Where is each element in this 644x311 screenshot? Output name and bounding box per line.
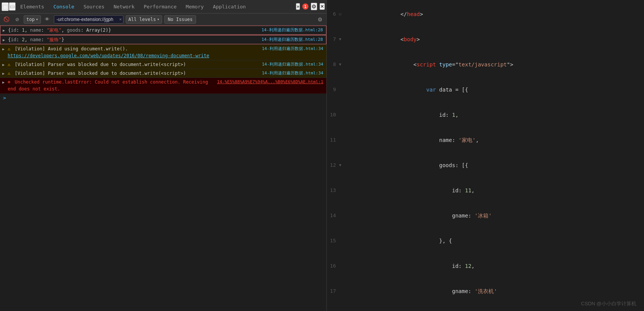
code-lines: 6 ◻ </head> 7 ▼ <body>	[327, 0, 644, 311]
filter-settings-button[interactable]: ⚙	[316, 15, 324, 24]
dropdown-chevron-icon: ▾	[36, 17, 38, 21]
line-content: goods: [{	[346, 153, 471, 178]
console-entry-violation3: ▶ ⚠ [Violation] Parser was blocked due t…	[0, 69, 326, 78]
line-number: 14	[327, 203, 346, 228]
entry-source[interactable]: 14-利用递归遍历数据.html:34	[258, 61, 323, 68]
entry-expand-arrow[interactable]: ▶	[3, 27, 5, 34]
tab-elements[interactable]: Elements	[16, 0, 49, 14]
entry-source[interactable]: 14-利用递归遍历数据.html:28	[258, 27, 323, 34]
devtools-inspect-icon[interactable]: ⬚	[2, 2, 9, 11]
code-line-14: 14 gname: '冰箱'	[327, 203, 644, 228]
console-prompt: >	[0, 93, 326, 102]
console-entry-obj2[interactable]: ▶ {id: 2, name: "服饰"} 14-利用递归遍历数据.html:2…	[0, 35, 326, 44]
line-number: 8 ▼	[327, 52, 346, 77]
devtools-device-icon[interactable]: ▭	[9, 2, 16, 11]
line-number: 18	[327, 304, 346, 311]
fold-icon[interactable]: ◻	[337, 10, 343, 18]
main-layout: ⬚ ▭ Elements Console Sources Network Per…	[0, 0, 644, 311]
code-line-12: 12 ▼ goods: [{	[327, 153, 644, 178]
line-content: id: 1,	[346, 102, 462, 127]
line-content: }, {	[346, 228, 455, 253]
close-devtools-button[interactable]: ✕	[320, 3, 325, 10]
console-filter-input[interactable]	[54, 15, 123, 24]
entry-expand-arrow[interactable]: ▶	[2, 61, 5, 68]
code-line-16: 16 id: 12,	[327, 253, 644, 279]
console-entry-obj1[interactable]: ▶ {id: 1, name: "家电", goods: Array(2)} 1…	[0, 26, 326, 35]
line-number: 10	[327, 102, 346, 127]
filter-clear-icon[interactable]: ✕	[119, 17, 122, 22]
console-entry-error: ▶ ⊗ Unchecked runtime.lastError: Could n…	[0, 78, 326, 93]
line-content: gname: '冰箱'	[346, 203, 495, 228]
line-content: var data = [{	[346, 77, 471, 102]
line-content: </head>	[346, 2, 426, 27]
entry-content: {id: 2, name: "服饰"}	[8, 36, 258, 43]
error-circle-icon: ⊗	[8, 79, 10, 85]
entry-content: {id: 1, name: "家电", goods: Array(2)}	[8, 27, 258, 34]
line-number: 15	[327, 228, 346, 253]
fold-icon[interactable]: ▼	[337, 60, 343, 69]
levels-chevron-icon: ▾	[157, 17, 159, 21]
fold-icon[interactable]: ▼	[337, 35, 343, 44]
line-content: name: '家电',	[346, 127, 482, 153]
log-levels-dropdown[interactable]: All levels ▾	[126, 15, 162, 24]
entry-expand-arrow[interactable]: ▶	[2, 70, 5, 77]
line-content: id: 12,	[346, 253, 478, 279]
issues-filter[interactable]: No Issues	[164, 15, 196, 24]
tab-performance[interactable]: Performance	[139, 0, 181, 14]
fold-icon[interactable]: ▼	[337, 161, 343, 169]
tab-extras: » 1 ⚙ ✕	[296, 3, 325, 10]
entry-source[interactable]: 14-利用递归遍历数据.html:34	[258, 70, 323, 77]
tab-sources[interactable]: Sources	[79, 0, 109, 14]
settings-button[interactable]: ⚙	[311, 3, 317, 10]
line-number: 6 ◻	[327, 2, 346, 27]
prompt-caret-icon: >	[3, 95, 6, 101]
tab-network[interactable]: Network	[109, 0, 139, 14]
warning-triangle-icon: ⚠	[8, 62, 10, 67]
code-line-15: 15 }, {	[327, 228, 644, 253]
error-count-badge: 1	[302, 3, 308, 10]
code-line-8: 8 ▼ <script type="text/javascript">	[327, 52, 644, 77]
line-content: }]	[346, 304, 449, 311]
clear-console-button[interactable]: 🚫	[2, 15, 11, 24]
tab-console[interactable]: Console	[49, 0, 79, 14]
line-number: 11	[327, 127, 346, 153]
code-line-11: 11 name: '家电',	[327, 127, 644, 153]
entry-source[interactable]: 14-利用递归遍历数据.html:34	[258, 45, 323, 52]
line-number: 16	[327, 253, 346, 279]
entry-expand-arrow[interactable]: ▶	[3, 37, 5, 44]
code-line-6: 6 ◻ </head>	[327, 2, 644, 27]
console-entry-violation1: ▶ ⚠ [Violation] Avoid using document.wri…	[0, 45, 326, 60]
entry-source[interactable]: 14-利用递归遍历数据.html:28	[258, 36, 323, 43]
violation-link[interactable]: https://developers.google.com/web/update…	[8, 53, 209, 58]
entry-expand-arrow[interactable]: ▶	[2, 46, 5, 53]
eye-filter-button[interactable]: 👁	[43, 15, 52, 24]
more-tabs-button[interactable]: »	[296, 3, 300, 10]
entry-expand-arrow[interactable]: ▶	[2, 79, 5, 86]
error-source-link[interactable]: 14-%E5%88%A9%E7%94%A...%B0%E6%8D%AE.html…	[217, 79, 323, 84]
console-entry-violation2: ▶ ⚠ [Violation] Parser was blocked due t…	[0, 60, 326, 69]
entry-content: ⚠ [Violation] Parser was blocked due to …	[8, 70, 258, 77]
top-context-dropdown[interactable]: top ▾	[24, 15, 41, 24]
code-line-10: 10 id: 1,	[327, 102, 644, 127]
warning-triangle-icon: ⚠	[8, 46, 10, 52]
filter-input-wrapper: ✕	[54, 15, 123, 24]
entry-content: ⚠ [Violation] Avoid using document.write…	[8, 45, 258, 59]
console-output[interactable]: ▶ {id: 1, name: "家电", goods: Array(2)} 1…	[0, 25, 326, 311]
entry-content: ⊗ Unchecked runtime.lastError: Could not…	[8, 79, 213, 92]
code-line-7: 7 ▼ <body>	[327, 27, 644, 52]
line-content: <body>	[346, 27, 423, 52]
tab-application[interactable]: Application	[208, 0, 250, 14]
console-filter-bar: 🚫 ⊘ top ▾ 👁 ✕ All levels ▾ No Issues ⚙	[0, 14, 326, 25]
entry-source[interactable]: 14-%E5%88%A9%E7%94%A...%B0%E6%8D%AE.html…	[213, 79, 323, 85]
devtools-panel: ⬚ ▭ Elements Console Sources Network Per…	[0, 0, 327, 311]
code-line-9: 9 var data = [{	[327, 77, 644, 102]
line-content: <script type="text/javascript">	[346, 52, 516, 77]
console-settings-button[interactable]: ⊘	[13, 15, 21, 24]
error-badge: 1	[302, 3, 308, 10]
tab-memory[interactable]: Memory	[181, 0, 208, 14]
line-number: 7 ▼	[327, 27, 346, 52]
entry-content: ⚠ [Violation] Parser was blocked due to …	[8, 61, 258, 68]
code-line-13: 13 id: 11,	[327, 178, 644, 203]
warning-triangle-icon: ⚠	[8, 71, 10, 76]
line-number: 12 ▼	[327, 153, 346, 178]
